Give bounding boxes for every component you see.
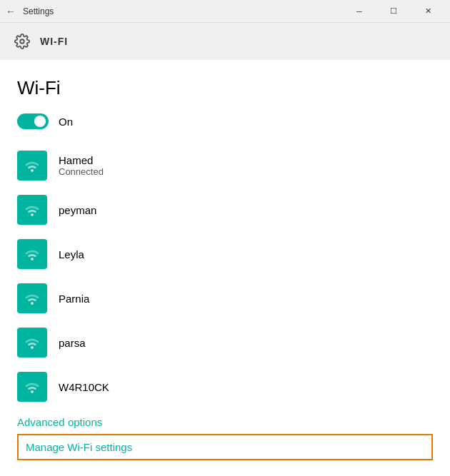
title-bar-left: ← Settings [6,6,54,16]
wifi-icon-box-w4r10ck [17,372,47,402]
wifi-icon-box-leyla [17,239,47,269]
network-info-leyla: Leyla [59,248,84,260]
network-item-hamed[interactable]: Hamed Connected [17,143,433,188]
toggle-knob [34,116,46,127]
network-list: Hamed Connected peyman [17,143,433,409]
main-content: Wi-Fi On Hamed Connected [0,60,450,476]
network-item-leyla[interactable]: Leyla [17,232,433,276]
network-info-peyman: peyman [59,204,96,216]
wifi-icon-hamed [22,156,42,176]
title-bar-controls: ─ ☐ ✕ [343,0,444,23]
gear-icon [14,34,30,49]
network-info-parnia: Parnia [59,293,89,305]
network-info-w4r10ck: W4R10CK [59,381,109,393]
title-bar: ← Settings ─ ☐ ✕ [0,0,450,23]
wifi-icon-w4r10ck [22,377,42,397]
network-info-parsa: parsa [59,337,86,349]
manage-wifi-box[interactable]: Manage Wi-Fi settings [17,434,433,460]
back-button[interactable]: ← [6,6,16,16]
network-name-w4r10ck: W4R10CK [59,381,109,393]
network-name-hamed: Hamed [59,154,104,166]
network-name-leyla: Leyla [59,248,84,260]
network-item-w4r10ck[interactable]: W4R10CK [17,365,433,409]
network-name-parsa: parsa [59,337,86,349]
svg-point-0 [20,39,24,44]
settings-header: WI-FI [0,23,450,60]
network-item-parnia[interactable]: Parnia [17,276,433,320]
wifi-toggle[interactable] [17,113,49,129]
wifi-icon-box-hamed [17,151,47,181]
advanced-options-link[interactable]: Advanced options [17,415,433,430]
wifi-icon-leyla [22,244,42,264]
wifi-icon-parsa [22,333,42,353]
network-name-peyman: peyman [59,204,96,216]
minimize-button[interactable]: ─ [343,0,376,23]
page-title: Wi-Fi [17,77,433,99]
manage-wifi-link[interactable]: Manage Wi-Fi settings [26,440,132,455]
settings-header-title: WI-FI [40,36,68,47]
wifi-icon-peyman [22,200,42,220]
network-name-parnia: Parnia [59,293,89,305]
network-item-peyman[interactable]: peyman [17,188,433,232]
toggle-label: On [59,116,73,128]
wifi-icon-box-peyman [17,195,47,225]
wifi-toggle-row: On [17,113,433,129]
close-button[interactable]: ✕ [411,0,444,23]
network-item-parsa[interactable]: parsa [17,320,433,365]
network-info-hamed: Hamed Connected [59,154,104,177]
link-section: Advanced options Manage Wi-Fi settings [17,415,433,460]
network-status-hamed: Connected [59,166,104,177]
title-bar-title: Settings [23,6,54,16]
wifi-icon-box-parsa [17,328,47,358]
wifi-icon-parnia [22,288,42,308]
maximize-button[interactable]: ☐ [377,0,410,23]
wifi-icon-box-parnia [17,283,47,313]
